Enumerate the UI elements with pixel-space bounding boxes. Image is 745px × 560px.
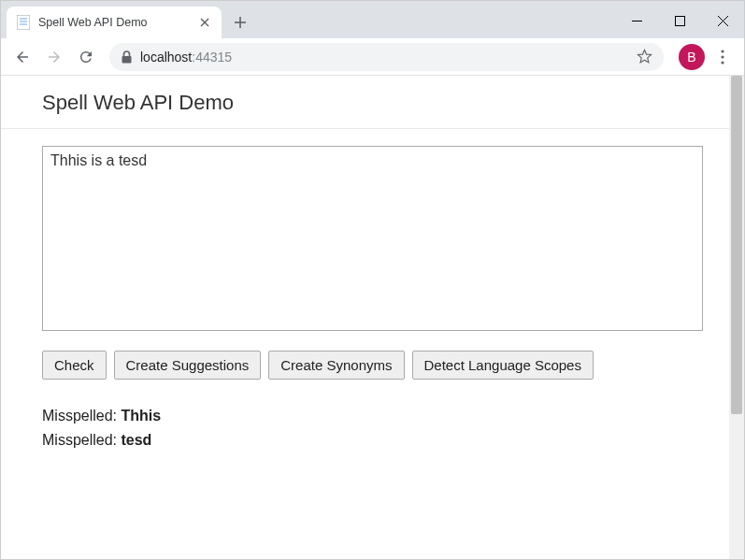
tab-favicon-icon	[16, 15, 31, 30]
tab-close-icon[interactable]	[197, 15, 212, 30]
svg-rect-12	[122, 56, 132, 64]
result-line: Misspelled: tesd	[42, 428, 703, 452]
page-content: Spell Web API Demo Check Create Suggesti…	[1, 76, 744, 559]
scrollbar-thumb[interactable]	[731, 76, 742, 414]
result-word: Thhis	[121, 408, 161, 424]
svg-point-13	[721, 50, 724, 52]
forward-button[interactable]	[40, 43, 68, 71]
button-row: Check Create Suggestions Create Synonyms…	[42, 351, 703, 380]
svg-point-14	[721, 55, 724, 58]
result-line: Misspelled: Thhis	[42, 404, 703, 428]
page-viewport: Spell Web API Demo Check Create Suggesti…	[1, 76, 744, 559]
detect-language-scopes-button[interactable]: Detect Language Scopes	[412, 351, 594, 380]
tab-title: Spell Web API Demo	[38, 16, 197, 29]
reload-button[interactable]	[72, 43, 100, 71]
svg-rect-0	[17, 15, 30, 30]
window-close-button[interactable]	[701, 7, 744, 35]
new-tab-button[interactable]	[227, 9, 253, 36]
browser-menu-button[interactable]	[709, 43, 737, 71]
svg-rect-9	[675, 16, 684, 25]
lock-icon	[121, 50, 133, 64]
window-maximize-button[interactable]	[658, 7, 701, 35]
svg-point-15	[721, 61, 724, 64]
address-bar[interactable]: localhost:44315	[109, 43, 664, 71]
browser-tab[interactable]: Spell Web API Demo	[7, 7, 222, 38]
avatar-initial: B	[687, 50, 695, 65]
browser-toolbar: localhost:44315 B	[1, 38, 744, 76]
result-word: tesd	[121, 432, 151, 448]
spell-input-textarea[interactable]	[42, 146, 703, 331]
back-button[interactable]	[8, 43, 36, 71]
result-label: Misspelled:	[42, 432, 121, 448]
result-label: Misspelled:	[42, 408, 121, 424]
create-suggestions-button[interactable]: Create Suggestions	[114, 351, 262, 380]
vertical-scrollbar[interactable]	[729, 76, 744, 559]
window-minimize-button[interactable]	[615, 7, 658, 35]
page-header: Spell Web API Demo	[1, 76, 744, 129]
create-synonyms-button[interactable]: Create Synonyms	[268, 351, 404, 380]
url-text: localhost:44315	[140, 50, 232, 65]
results-list: Misspelled: Thhis Misspelled: tesd	[42, 404, 703, 452]
bookmark-star-icon[interactable]	[637, 49, 652, 65]
page-title: Spell Web API Demo	[42, 91, 703, 115]
browser-titlebar: Spell Web API Demo	[1, 1, 744, 38]
url-host: localhost	[140, 50, 192, 65]
url-port: :44315	[192, 50, 232, 65]
profile-avatar[interactable]: B	[679, 44, 705, 70]
check-button[interactable]: Check	[42, 351, 107, 380]
window-controls	[615, 7, 744, 44]
page-body: Check Create Suggestions Create Synonyms…	[1, 129, 744, 468]
